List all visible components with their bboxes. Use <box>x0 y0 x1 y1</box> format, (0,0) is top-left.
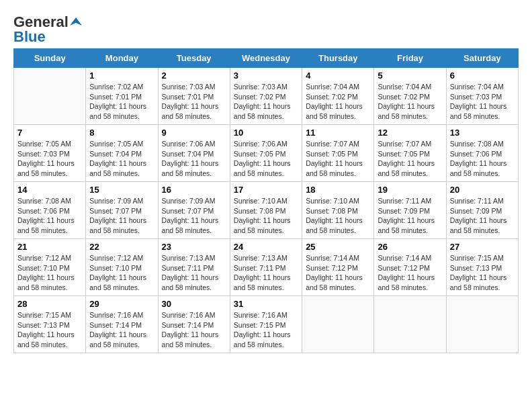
calendar-week-row: 14Sunrise: 7:08 AMSunset: 7:06 PMDayligh… <box>14 182 519 239</box>
calendar-day-cell: 14Sunrise: 7:08 AMSunset: 7:06 PMDayligh… <box>14 182 86 239</box>
calendar-day-cell: 7Sunrise: 7:05 AMSunset: 7:03 PMDaylight… <box>14 125 86 182</box>
day-info: Sunrise: 7:11 AMSunset: 7:09 PMDaylight:… <box>450 196 515 236</box>
calendar-day-cell: 2Sunrise: 7:03 AMSunset: 7:01 PMDaylight… <box>158 68 230 125</box>
day-number: 2 <box>162 71 226 81</box>
calendar-day-cell: 4Sunrise: 7:04 AMSunset: 7:02 PMDaylight… <box>302 68 374 125</box>
day-of-week-header: Sunday <box>14 49 86 68</box>
calendar-day-cell: 3Sunrise: 7:03 AMSunset: 7:02 PMDaylight… <box>230 68 302 125</box>
day-number: 18 <box>306 185 370 195</box>
svg-marker-0 <box>70 17 82 26</box>
calendar-day-cell: 22Sunrise: 7:12 AMSunset: 7:10 PMDayligh… <box>86 239 158 296</box>
day-number: 25 <box>306 242 370 252</box>
day-number: 5 <box>378 71 442 81</box>
calendar-day-cell: 31Sunrise: 7:16 AMSunset: 7:15 PMDayligh… <box>230 296 302 353</box>
calendar-header-row: SundayMondayTuesdayWednesdayThursdayFrid… <box>14 49 519 68</box>
calendar-day-cell <box>446 296 518 353</box>
calendar-day-cell: 20Sunrise: 7:11 AMSunset: 7:09 PMDayligh… <box>446 182 518 239</box>
day-info: Sunrise: 7:14 AMSunset: 7:12 PMDaylight:… <box>306 253 370 293</box>
day-info: Sunrise: 7:09 AMSunset: 7:07 PMDaylight:… <box>162 196 226 236</box>
page-header: General Blue <box>13 13 519 46</box>
day-info: Sunrise: 7:06 AMSunset: 7:05 PMDaylight:… <box>234 139 298 179</box>
day-number: 4 <box>306 71 370 81</box>
day-info: Sunrise: 7:02 AMSunset: 7:01 PMDaylight:… <box>89 82 154 122</box>
calendar-week-row: 1Sunrise: 7:02 AMSunset: 7:01 PMDaylight… <box>14 68 519 125</box>
calendar-day-cell: 30Sunrise: 7:16 AMSunset: 7:14 PMDayligh… <box>158 296 230 353</box>
calendar-day-cell: 29Sunrise: 7:16 AMSunset: 7:14 PMDayligh… <box>86 296 158 353</box>
day-number: 9 <box>162 128 226 138</box>
day-info: Sunrise: 7:05 AMSunset: 7:04 PMDaylight:… <box>89 139 154 179</box>
day-info: Sunrise: 7:13 AMSunset: 7:11 PMDaylight:… <box>234 253 298 293</box>
day-of-week-header: Saturday <box>446 49 518 68</box>
day-info: Sunrise: 7:12 AMSunset: 7:10 PMDaylight:… <box>17 253 82 293</box>
day-info: Sunrise: 7:16 AMSunset: 7:15 PMDaylight:… <box>234 310 298 350</box>
day-info: Sunrise: 7:03 AMSunset: 7:02 PMDaylight:… <box>234 82 298 122</box>
day-info: Sunrise: 7:08 AMSunset: 7:06 PMDaylight:… <box>17 196 82 236</box>
calendar-day-cell: 13Sunrise: 7:08 AMSunset: 7:06 PMDayligh… <box>446 125 518 182</box>
day-number: 22 <box>89 242 154 252</box>
day-number: 3 <box>234 71 298 81</box>
calendar-day-cell <box>14 68 86 125</box>
calendar-day-cell: 9Sunrise: 7:06 AMSunset: 7:04 PMDaylight… <box>158 125 230 182</box>
day-number: 15 <box>89 185 154 195</box>
calendar-day-cell: 27Sunrise: 7:15 AMSunset: 7:13 PMDayligh… <box>446 239 518 296</box>
day-info: Sunrise: 7:03 AMSunset: 7:01 PMDaylight:… <box>162 82 226 122</box>
day-number: 14 <box>17 185 82 195</box>
day-info: Sunrise: 7:04 AMSunset: 7:03 PMDaylight:… <box>450 82 515 122</box>
day-info: Sunrise: 7:09 AMSunset: 7:07 PMDaylight:… <box>89 196 154 236</box>
logo-bird-icon <box>70 16 82 28</box>
day-number: 11 <box>306 128 370 138</box>
day-info: Sunrise: 7:16 AMSunset: 7:14 PMDaylight:… <box>89 310 154 350</box>
calendar-day-cell: 19Sunrise: 7:11 AMSunset: 7:09 PMDayligh… <box>374 182 446 239</box>
calendar-day-cell: 6Sunrise: 7:04 AMSunset: 7:03 PMDaylight… <box>446 68 518 125</box>
calendar-day-cell: 21Sunrise: 7:12 AMSunset: 7:10 PMDayligh… <box>14 239 86 296</box>
day-info: Sunrise: 7:10 AMSunset: 7:08 PMDaylight:… <box>234 196 298 236</box>
day-info: Sunrise: 7:06 AMSunset: 7:04 PMDaylight:… <box>162 139 226 179</box>
calendar-day-cell: 5Sunrise: 7:04 AMSunset: 7:02 PMDaylight… <box>374 68 446 125</box>
calendar-week-row: 7Sunrise: 7:05 AMSunset: 7:03 PMDaylight… <box>14 125 519 182</box>
day-info: Sunrise: 7:04 AMSunset: 7:02 PMDaylight:… <box>378 82 442 122</box>
day-info: Sunrise: 7:16 AMSunset: 7:14 PMDaylight:… <box>162 310 226 350</box>
calendar-day-cell: 18Sunrise: 7:10 AMSunset: 7:08 PMDayligh… <box>302 182 374 239</box>
calendar-day-cell: 24Sunrise: 7:13 AMSunset: 7:11 PMDayligh… <box>230 239 302 296</box>
logo-blue: Blue <box>13 28 46 46</box>
day-info: Sunrise: 7:10 AMSunset: 7:08 PMDaylight:… <box>306 196 370 236</box>
day-of-week-header: Thursday <box>302 49 374 68</box>
calendar-day-cell: 23Sunrise: 7:13 AMSunset: 7:11 PMDayligh… <box>158 239 230 296</box>
calendar-week-row: 28Sunrise: 7:15 AMSunset: 7:13 PMDayligh… <box>14 296 519 353</box>
calendar-day-cell <box>302 296 374 353</box>
day-info: Sunrise: 7:07 AMSunset: 7:05 PMDaylight:… <box>378 139 442 179</box>
calendar-week-row: 21Sunrise: 7:12 AMSunset: 7:10 PMDayligh… <box>14 239 519 296</box>
day-number: 30 <box>162 299 226 309</box>
calendar-day-cell: 8Sunrise: 7:05 AMSunset: 7:04 PMDaylight… <box>86 125 158 182</box>
calendar-day-cell: 10Sunrise: 7:06 AMSunset: 7:05 PMDayligh… <box>230 125 302 182</box>
day-number: 24 <box>234 242 298 252</box>
day-info: Sunrise: 7:11 AMSunset: 7:09 PMDaylight:… <box>378 196 442 236</box>
day-info: Sunrise: 7:15 AMSunset: 7:13 PMDaylight:… <box>17 310 82 350</box>
calendar-day-cell: 11Sunrise: 7:07 AMSunset: 7:05 PMDayligh… <box>302 125 374 182</box>
day-number: 12 <box>378 128 442 138</box>
calendar-day-cell: 16Sunrise: 7:09 AMSunset: 7:07 PMDayligh… <box>158 182 230 239</box>
calendar-table: SundayMondayTuesdayWednesdayThursdayFrid… <box>13 48 519 353</box>
day-info: Sunrise: 7:14 AMSunset: 7:12 PMDaylight:… <box>378 253 442 293</box>
calendar-day-cell: 28Sunrise: 7:15 AMSunset: 7:13 PMDayligh… <box>14 296 86 353</box>
logo: General Blue <box>13 13 82 46</box>
day-of-week-header: Tuesday <box>158 49 230 68</box>
calendar-day-cell: 15Sunrise: 7:09 AMSunset: 7:07 PMDayligh… <box>86 182 158 239</box>
day-number: 31 <box>234 299 298 309</box>
day-number: 27 <box>450 242 515 252</box>
day-number: 23 <box>162 242 226 252</box>
day-info: Sunrise: 7:08 AMSunset: 7:06 PMDaylight:… <box>450 139 515 179</box>
day-of-week-header: Wednesday <box>230 49 302 68</box>
day-number: 16 <box>162 185 226 195</box>
day-number: 19 <box>378 185 442 195</box>
day-info: Sunrise: 7:12 AMSunset: 7:10 PMDaylight:… <box>89 253 154 293</box>
day-number: 28 <box>17 299 82 309</box>
calendar-day-cell <box>374 296 446 353</box>
day-number: 29 <box>89 299 154 309</box>
day-number: 7 <box>17 128 82 138</box>
day-of-week-header: Monday <box>86 49 158 68</box>
calendar-day-cell: 12Sunrise: 7:07 AMSunset: 7:05 PMDayligh… <box>374 125 446 182</box>
calendar-day-cell: 1Sunrise: 7:02 AMSunset: 7:01 PMDaylight… <box>86 68 158 125</box>
day-number: 17 <box>234 185 298 195</box>
day-number: 10 <box>234 128 298 138</box>
